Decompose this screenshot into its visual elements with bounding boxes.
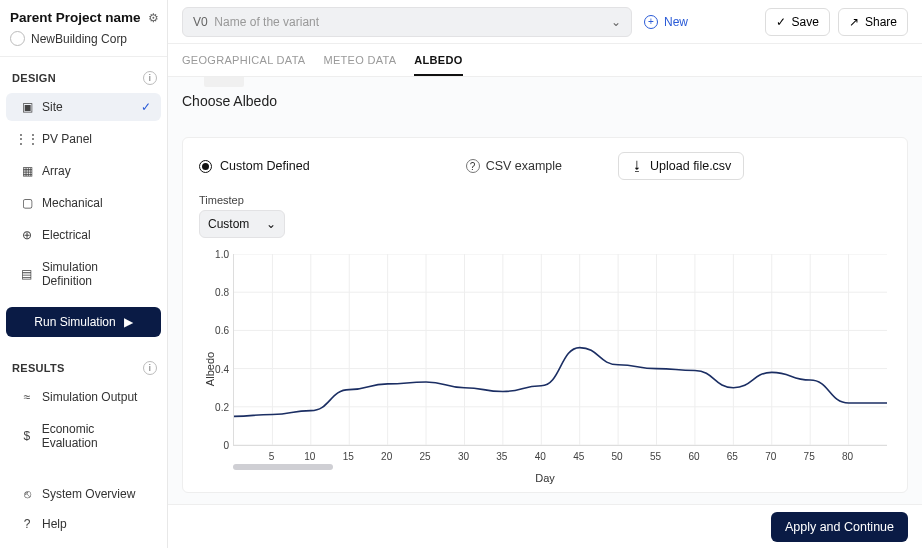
radio-selected-icon	[199, 160, 212, 173]
nav-item-help[interactable]: ? Help	[6, 510, 161, 538]
section-title: Choose Albedo	[168, 77, 922, 119]
simdef-icon: ▤	[20, 267, 34, 281]
share-button[interactable]: ↗ Share	[838, 8, 908, 36]
chevron-down-icon: ⌄	[611, 15, 621, 29]
tabs: GEOGRAPHICAL DATA METEO DATA ALBEDO	[168, 44, 922, 77]
question-icon: ?	[466, 159, 480, 173]
nav-item-electrical[interactable]: ⊕ Electrical	[6, 221, 161, 249]
check-icon: ✓	[141, 100, 151, 114]
play-icon: ▶	[124, 315, 133, 329]
org-name: NewBuilding Corp	[31, 32, 127, 46]
albedo-card: Custom Defined ? CSV example ⭳ Upload fi…	[182, 137, 908, 493]
nav-item-site[interactable]: ▣ Site ✓	[6, 93, 161, 121]
design-section-header: DESIGN i	[0, 57, 167, 91]
pvpanel-icon: ⋮⋮	[20, 132, 34, 146]
x-axis-title: Day	[535, 472, 555, 484]
site-icon: ▣	[20, 100, 34, 114]
preview-thumbnail	[204, 77, 244, 87]
tab-albedo[interactable]: ALBEDO	[414, 54, 462, 76]
nav-item-mechanical[interactable]: ▢ Mechanical	[6, 189, 161, 217]
share-icon: ↗	[849, 15, 859, 29]
settings-sliders-icon[interactable]: ⚙	[148, 11, 159, 25]
new-variant-button[interactable]: + New	[644, 15, 688, 29]
project-name: Parent Project name	[10, 10, 141, 25]
save-button[interactable]: ✓ Save	[765, 8, 830, 36]
info-icon[interactable]: i	[143, 361, 157, 375]
timestep-select[interactable]: Custom ⌄	[199, 210, 285, 238]
chart-area	[233, 254, 887, 446]
main: V0 Name of the variant ⌄ + New ✓ Save ↗ …	[168, 0, 922, 548]
help-icon: ?	[20, 517, 34, 531]
nav-item-overview[interactable]: ⎋ System Overview	[6, 480, 161, 508]
mechanical-icon: ▢	[20, 196, 34, 210]
albedo-chart: Albedo Day 00.20.40.60.81.05101520253035…	[199, 254, 891, 484]
chevron-down-icon: ⌄	[266, 217, 276, 231]
csv-example-link[interactable]: ? CSV example	[466, 159, 562, 173]
econ-icon: $	[20, 429, 34, 443]
info-icon[interactable]: i	[143, 71, 157, 85]
array-icon: ▦	[20, 164, 34, 178]
nav-item-econ[interactable]: $ Economic Evaluation	[6, 415, 161, 457]
sidebar: Parent Project name ⚙ NewBuilding Corp D…	[0, 0, 168, 548]
run-simulation-button[interactable]: Run Simulation ▶	[6, 307, 161, 337]
nav-item-pvpanel[interactable]: ⋮⋮ PV Panel	[6, 125, 161, 153]
overview-icon: ⎋	[20, 487, 34, 501]
plus-circle-icon: +	[644, 15, 658, 29]
option-row: Custom Defined ? CSV example ⭳ Upload fi…	[199, 152, 891, 180]
variant-select[interactable]: V0 Name of the variant ⌄	[182, 7, 632, 37]
content: Choose Albedo Custom Defined ? CSV examp…	[168, 77, 922, 504]
org-icon	[10, 31, 25, 46]
nav-item-simoutput[interactable]: ≈ Simulation Output	[6, 383, 161, 411]
download-icon: ⭳	[631, 159, 644, 173]
results-section-header: RESULTS i	[0, 347, 167, 381]
timestep-label: Timestep	[199, 194, 891, 206]
electrical-icon: ⊕	[20, 228, 34, 242]
topbar: V0 Name of the variant ⌄ + New ✓ Save ↗ …	[168, 0, 922, 44]
simoutput-icon: ≈	[20, 390, 34, 404]
footer: Apply and Continue	[168, 504, 922, 548]
org-row[interactable]: NewBuilding Corp	[0, 31, 167, 57]
nav-item-array[interactable]: ▦ Array	[6, 157, 161, 185]
chart-scrollbar[interactable]	[233, 464, 333, 470]
check-icon: ✓	[776, 15, 786, 29]
tab-geographical[interactable]: GEOGRAPHICAL DATA	[182, 54, 305, 76]
upload-csv-button[interactable]: ⭳ Upload file.csv	[618, 152, 744, 180]
apply-continue-button[interactable]: Apply and Continue	[771, 512, 908, 542]
custom-defined-radio[interactable]: Custom Defined	[199, 159, 310, 173]
nav-item-simdef[interactable]: ▤ Simulation Definition	[6, 253, 161, 295]
project-header: Parent Project name ⚙	[0, 0, 167, 31]
tab-meteo[interactable]: METEO DATA	[323, 54, 396, 76]
